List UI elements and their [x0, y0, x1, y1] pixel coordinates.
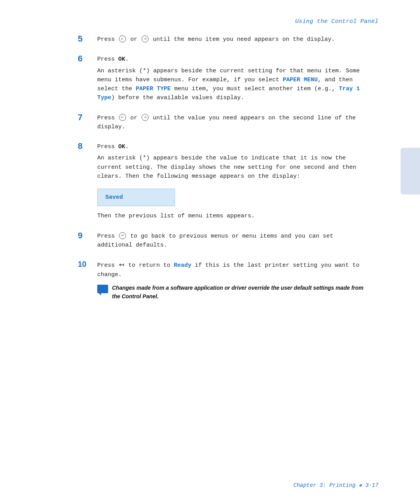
step-9-content: Press ↩ to go back to previous menus or …: [97, 232, 366, 252]
step-9-number: 9: [78, 231, 97, 240]
down-button-2-icon: ▷: [119, 114, 126, 121]
step-5-number: 5: [78, 34, 97, 44]
step-8-body: An asterisk (*) appears beside the value…: [97, 154, 366, 220]
note-box: Changes made from a software application…: [97, 284, 366, 303]
step-10-content: Press ↤ to return to Ready if this is th…: [97, 261, 366, 303]
note-text: Changes made from a software application…: [112, 284, 366, 301]
step-9: 9 Press ↩ to go back to previous menus o…: [78, 232, 366, 252]
step-6-body: An asterisk (*) appears beside the curre…: [97, 66, 366, 103]
step-10-text: Press ↤ to return to Ready if this is th…: [97, 261, 366, 279]
step-10: 10 Press ↤ to return to Ready if this is…: [78, 261, 366, 303]
up-button-2-icon: ◁: [142, 114, 149, 121]
saved-label: Saved: [105, 194, 123, 201]
note-icon: [97, 285, 108, 293]
step-9-text: Press ↩ to go back to previous menus or …: [97, 232, 366, 250]
step-8-body2: Then the previous list of menu items app…: [97, 212, 366, 220]
page-tab: [401, 148, 420, 194]
footer-chapter: Chapter 3: Printing: [294, 482, 356, 488]
step-6-number: 6: [78, 54, 97, 63]
footer-page: 3-17: [365, 482, 378, 488]
step-6-line1: Press OK.: [97, 55, 366, 64]
page-header: Using the Control Panel: [295, 18, 378, 25]
ready-word: Ready: [174, 262, 191, 269]
saved-display-box: Saved: [97, 189, 175, 206]
step-7-number: 7: [78, 113, 97, 122]
step-5-content: Press ▷ or ◁ until the menu item you nee…: [97, 35, 366, 46]
step-7: 7 Press ▷ or ◁ until the value you need …: [78, 114, 366, 134]
content-area: 5 Press ▷ or ◁ until the menu item you n…: [78, 35, 366, 312]
back-key-icon: ↤: [119, 260, 124, 270]
step-5-text: Press ▷ or ◁ until the menu item you nee…: [97, 35, 366, 44]
header-title: Using the Control Panel: [295, 18, 378, 25]
step-5: 5 Press ▷ or ◁ until the menu item you n…: [78, 35, 366, 46]
step-7-content: Press ▷ or ◁ until the value you need ap…: [97, 114, 366, 134]
up-button-icon: ◁: [142, 35, 149, 42]
step-8-line1: Press OK.: [97, 142, 366, 151]
step-6-content: Press OK. An asterisk (*) appears beside…: [97, 55, 366, 105]
down-button-icon: ▷: [119, 35, 126, 42]
step-8: 8 Press OK. An asterisk (*) appears besi…: [78, 142, 366, 223]
back-circle-icon: ↩: [119, 232, 126, 239]
step-8-number: 8: [78, 142, 97, 151]
footer-diamond: ❖: [359, 482, 366, 488]
page-footer: Chapter 3: Printing ❖ 3-17: [294, 482, 379, 488]
step-8-content: Press OK. An asterisk (*) appears beside…: [97, 142, 366, 223]
step-10-number: 10: [78, 260, 97, 268]
step-6: 6 Press OK. An asterisk (*) appears besi…: [78, 55, 366, 105]
step-7-text: Press ▷ or ◁ until the value you need ap…: [97, 114, 366, 132]
